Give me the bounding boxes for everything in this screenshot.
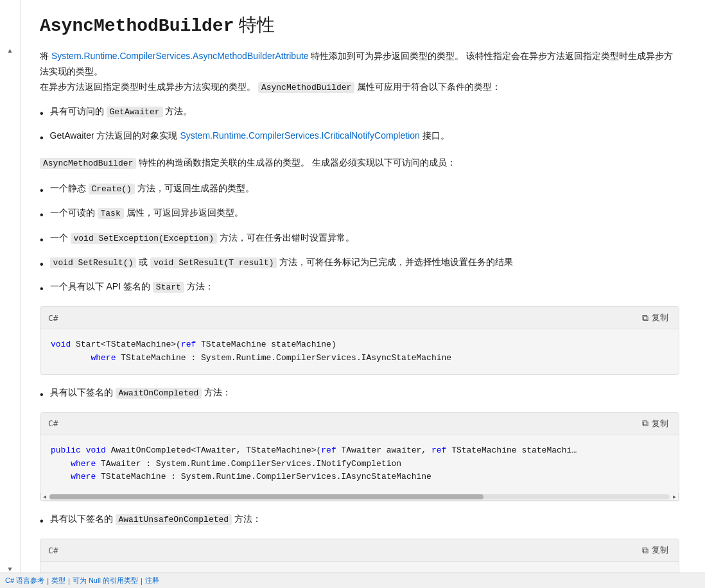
intro-text-before: 将: [40, 51, 51, 61]
list-item-setresult: void SetResult() 或 void SetResult(T resu…: [40, 255, 679, 273]
code-block-2-scrollbar[interactable]: ◂ ▸: [40, 493, 679, 501]
code-block-2-header: C# ⧉ 复制: [40, 413, 679, 435]
copy-button-3[interactable]: ⧉ 复制: [640, 543, 671, 557]
intro-text-line2-before: 在异步方法返回指定类型时生成异步方法实现的类型。: [40, 82, 258, 92]
para2-code: AsyncMethodBuilder: [40, 158, 136, 169]
intro-text-line2-after: 属性可应用于符合以下条件的类型：: [354, 82, 501, 92]
awaitunsafe-code: AwaitUnsafeOnCompleted: [116, 514, 232, 525]
code-block-awaitoncompeted: C# ⧉ 复制 public void AwaitOnCompleted<TAw…: [40, 412, 679, 501]
start-code: Start: [153, 282, 184, 293]
bottom-bar: C# 语言参考 | 类型 | 可为 Null 的引用类型 | 注释: [0, 573, 705, 588]
main-content: AsyncMethodBuilder 特性 将 System.Runtime.C…: [21, 0, 705, 588]
scroll-left-arrow[interactable]: ◂: [41, 493, 48, 500]
copy-button-2[interactable]: ⧉ 复制: [640, 417, 671, 431]
bottom-link-1[interactable]: C# 语言参考: [5, 576, 44, 585]
intro-inline-code: AsyncMethodBuilder: [258, 82, 354, 93]
bullet-2-text: GetAwaiter 方法返回的对象实现 System.Runtime.Comp…: [50, 128, 449, 144]
scroll-up-button[interactable]: ▲: [4, 44, 17, 56]
setresult-code2: void SetResult(T result): [150, 257, 277, 268]
list-item-awaitoncompeted: 具有以下签名的 AwaitOnCompleted 方法：: [40, 385, 679, 403]
code-lang-1: C#: [48, 313, 58, 323]
setresult-code1: void SetResult(): [50, 257, 137, 268]
bullet-list-unsafe: 具有以下签名的 AwaitUnsafeOnCompleted 方法：: [40, 512, 679, 530]
task-code: Task: [98, 208, 124, 219]
bottom-link-3[interactable]: 可为 Null 的引用类型: [73, 576, 138, 585]
create-code: Create(): [89, 184, 135, 195]
sidebar: ▲ ▼: [0, 0, 21, 588]
page-title: AsyncMethodBuilder 特性: [40, 13, 679, 37]
setexception-code: void SetException(Exception): [71, 233, 217, 244]
code-block-1-body: void Start<TStateMachine>(ref TStateMach…: [40, 329, 679, 374]
scrollbar-thumb[interactable]: [49, 494, 483, 499]
copy-button-1[interactable]: ⧉ 复制: [640, 311, 671, 325]
copy-icon-3: ⧉: [642, 545, 648, 556]
code-lang-3: C#: [48, 546, 58, 555]
bullet-list-1: 具有可访问的 GetAwaiter 方法。 GetAwaiter 方法返回的对象…: [40, 104, 679, 146]
awaitoncompeted-code: AwaitOnCompleted: [116, 388, 202, 399]
code-block-3-header: C# ⧉ 复制: [40, 539, 679, 562]
list-item-2: GetAwaiter 方法返回的对象实现 System.Runtime.Comp…: [40, 128, 679, 146]
intro-paragraph-1: 将 System.Runtime.CompilerServices.AsyncM…: [40, 49, 679, 95]
code-block-2-body: public void AwaitOnCompleted<TAwaiter, T…: [40, 435, 679, 493]
page-title-code: AsyncMethodBuilder: [40, 16, 234, 36]
code-block-start: C# ⧉ 复制 void Start<TStateMachine>(ref TS…: [40, 306, 679, 375]
bullet-2-link[interactable]: System.Runtime.CompilerServices.ICritica…: [180, 130, 419, 141]
scroll-right-arrow[interactable]: ▸: [671, 493, 678, 500]
page-title-text: 特性: [239, 13, 275, 37]
list-item-1: 具有可访问的 GetAwaiter 方法。: [40, 104, 679, 122]
code-block-1-header: C# ⧉ 复制: [40, 307, 679, 329]
bullet-1-code: GetAwaiter: [107, 107, 163, 117]
bottom-link-4[interactable]: 注释: [145, 576, 159, 585]
bullet-list-await: 具有以下签名的 AwaitOnCompleted 方法：: [40, 385, 679, 403]
para-secondary-1: AsyncMethodBuilder 特性的构造函数指定关联的生成器的类型。 生…: [40, 155, 679, 171]
list-item-awaitunsafe: 具有以下签名的 AwaitUnsafeOnCompleted 方法：: [40, 512, 679, 530]
code-lang-2: C#: [48, 419, 58, 428]
list-item-create: 一个静态 Create() 方法，可返回生成器的类型。: [40, 181, 679, 199]
list-item-task: 一个可读的 Task 属性，可返回异步返回类型。: [40, 205, 679, 223]
bullet-1-text: 具有可访问的 GetAwaiter 方法。: [50, 104, 193, 119]
bullet-list-2: 一个静态 Create() 方法，可返回生成器的类型。 一个可读的 Task 属…: [40, 181, 679, 297]
copy-icon-2: ⧉: [642, 418, 648, 429]
bottom-link-2[interactable]: 类型: [51, 576, 65, 585]
list-item-start: 一个具有以下 API 签名的 Start 方法：: [40, 279, 679, 297]
intro-link-attribute[interactable]: System.Runtime.CompilerServices.AsyncMet…: [51, 51, 309, 61]
copy-icon-1: ⧉: [642, 313, 648, 324]
scrollbar-track[interactable]: [49, 494, 670, 499]
list-item-setexception: 一个 void SetException(Exception) 方法，可在任务出…: [40, 230, 679, 248]
